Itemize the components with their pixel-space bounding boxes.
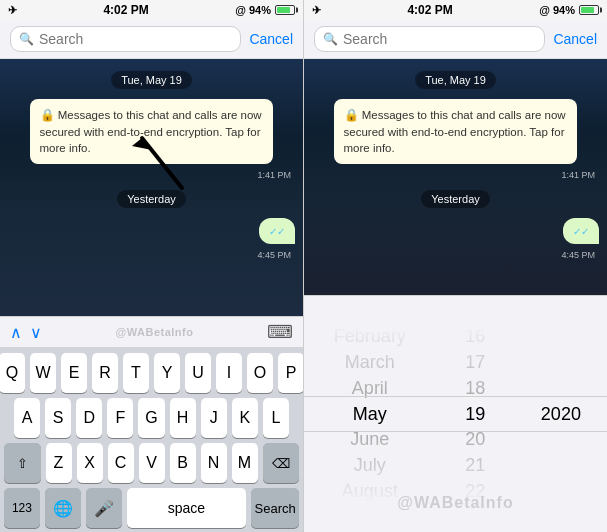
left-status-icons: @ 94% xyxy=(235,4,295,16)
picker-day-21[interactable]: 21 xyxy=(436,453,515,479)
right-date-badge: Tue, May 19 xyxy=(415,71,496,89)
picker-year-2020[interactable]: 2020 xyxy=(515,401,607,427)
key-t[interactable]: T xyxy=(123,353,149,393)
right-system-message: 🔒 Messages to this chat and calls are no… xyxy=(334,99,578,164)
left-search-wrapper[interactable]: 🔍 xyxy=(10,26,241,52)
picker-month-feb[interactable]: February xyxy=(304,324,436,350)
picker-month-apr[interactable]: April xyxy=(304,375,436,401)
key-n[interactable]: N xyxy=(201,443,227,483)
date-picker[interactable]: February March April May June July Augus… xyxy=(304,295,607,532)
key-b[interactable]: B xyxy=(170,443,196,483)
key-r[interactable]: R xyxy=(92,353,118,393)
month-picker-column[interactable]: February March April May June July Augus… xyxy=(304,324,436,504)
key-globe[interactable]: 🌐 xyxy=(45,488,81,528)
right-search-wrapper[interactable]: 🔍 xyxy=(314,26,545,52)
left-search-input[interactable] xyxy=(39,31,232,47)
key-j[interactable]: J xyxy=(201,398,227,438)
left-nav-row: ∧ ∨ @WABetaInfo ⌨ xyxy=(0,316,303,347)
key-space[interactable]: space xyxy=(127,488,247,528)
key-m[interactable]: M xyxy=(232,443,258,483)
picker-year-empty1 xyxy=(515,324,607,350)
left-cancel-button[interactable]: Cancel xyxy=(249,31,293,47)
right-search-icon: 🔍 xyxy=(323,32,338,46)
key-o[interactable]: O xyxy=(247,353,273,393)
left-msg-time: 1:41 PM xyxy=(8,170,295,180)
picker-day-16[interactable]: 16 xyxy=(436,324,515,350)
key-numbers[interactable]: 123 xyxy=(4,488,40,528)
key-q[interactable]: Q xyxy=(0,353,25,393)
picker-month-jun[interactable]: June xyxy=(304,427,436,453)
picker-day-19[interactable]: 19 xyxy=(436,401,515,427)
picker-year-empty3 xyxy=(515,375,607,401)
search-icon: 🔍 xyxy=(19,32,34,46)
picker-day-17[interactable]: 17 xyxy=(436,350,515,376)
nav-down-button[interactable]: ∨ xyxy=(30,323,42,342)
right-panel: ✈ 4:02 PM @ 94% 🔍 Cancel Tue, May 19 🔒 M… xyxy=(303,0,607,532)
key-c[interactable]: C xyxy=(108,443,134,483)
key-z[interactable]: Z xyxy=(46,443,72,483)
key-k[interactable]: K xyxy=(232,398,258,438)
picker-year-empty5 xyxy=(515,427,607,453)
right-time: 4:02 PM xyxy=(407,3,452,17)
right-bubble-time: 4:45 PM xyxy=(312,250,599,260)
left-chat-area: Tue, May 19 🔒 Messages to this chat and … xyxy=(0,59,303,316)
right-signal-text: @ 94% xyxy=(539,4,575,16)
picker-month-mar[interactable]: March xyxy=(304,350,436,376)
left-panel: ✈ 4:02 PM @ 94% 🔍 Cancel Tue, May 19 🔒 M… xyxy=(0,0,303,532)
key-x[interactable]: X xyxy=(77,443,103,483)
right-msg-bubble: ✓✓ xyxy=(563,218,599,244)
nav-arrows: ∧ ∨ xyxy=(10,323,42,342)
picker-day-20[interactable]: 20 xyxy=(436,427,515,453)
picker-year-empty2 xyxy=(515,350,607,376)
keyboard-row-3: ⇧ Z X C V B N M ⌫ xyxy=(4,443,299,483)
battery-icon xyxy=(275,5,295,15)
left-system-message: 🔒 Messages to this chat and calls are no… xyxy=(30,99,274,164)
key-f[interactable]: F xyxy=(107,398,133,438)
keyboard-icon[interactable]: ⌨ xyxy=(267,321,293,343)
left-search-bar: 🔍 Cancel xyxy=(0,20,303,59)
year-picker-column[interactable]: 2020 xyxy=(515,324,607,504)
keyboard-row-2: A S D F G H J K L xyxy=(4,398,299,438)
nav-up-button[interactable]: ∧ xyxy=(10,323,22,342)
right-airplane-icon: ✈ xyxy=(312,4,321,17)
keyboard-row-4: 123 🌐 🎤 space Search xyxy=(4,488,299,528)
picker-month-jul[interactable]: July xyxy=(304,453,436,479)
key-w[interactable]: W xyxy=(30,353,56,393)
key-p[interactable]: P xyxy=(278,353,303,393)
left-watermark: @WABetaInfo xyxy=(116,326,194,338)
key-shift[interactable]: ⇧ xyxy=(4,443,41,483)
key-v[interactable]: V xyxy=(139,443,165,483)
picker-day-18[interactable]: 18 xyxy=(436,375,515,401)
key-e[interactable]: E xyxy=(61,353,87,393)
picker-month-may[interactable]: May xyxy=(304,401,436,427)
key-a[interactable]: A xyxy=(14,398,40,438)
key-l[interactable]: L xyxy=(263,398,289,438)
left-time: 4:02 PM xyxy=(103,3,148,17)
left-msg-bubble: ✓✓ xyxy=(259,218,295,244)
right-msg-time: 1:41 PM xyxy=(312,170,599,180)
airplane-icon: ✈ xyxy=(8,4,17,17)
key-delete[interactable]: ⌫ xyxy=(263,443,300,483)
left-bubble-time: 4:45 PM xyxy=(8,250,295,260)
picker-year-empty7 xyxy=(515,478,607,504)
signal-text: @ 94% xyxy=(235,4,271,16)
key-h[interactable]: H xyxy=(170,398,196,438)
key-i[interactable]: I xyxy=(216,353,242,393)
right-search-bar: 🔍 Cancel xyxy=(304,20,607,59)
left-yesterday-badge: Yesterday xyxy=(117,190,186,208)
key-u[interactable]: U xyxy=(185,353,211,393)
key-y[interactable]: Y xyxy=(154,353,180,393)
key-s[interactable]: S xyxy=(45,398,71,438)
keyboard: Q W E R T Y U I O P A S D F G H J K L ⇧ … xyxy=(0,347,303,532)
right-battery-icon xyxy=(579,5,599,15)
key-search[interactable]: Search xyxy=(251,488,299,528)
keyboard-row-1: Q W E R T Y U I O P xyxy=(4,353,299,393)
day-picker-column[interactable]: 16 17 18 19 20 21 22 xyxy=(436,324,515,504)
key-g[interactable]: G xyxy=(138,398,164,438)
right-cancel-button[interactable]: Cancel xyxy=(553,31,597,47)
right-search-input[interactable] xyxy=(343,31,536,47)
key-d[interactable]: D xyxy=(76,398,102,438)
picker-year-empty6 xyxy=(515,453,607,479)
key-mic[interactable]: 🎤 xyxy=(86,488,122,528)
right-status-icons: @ 94% xyxy=(539,4,599,16)
